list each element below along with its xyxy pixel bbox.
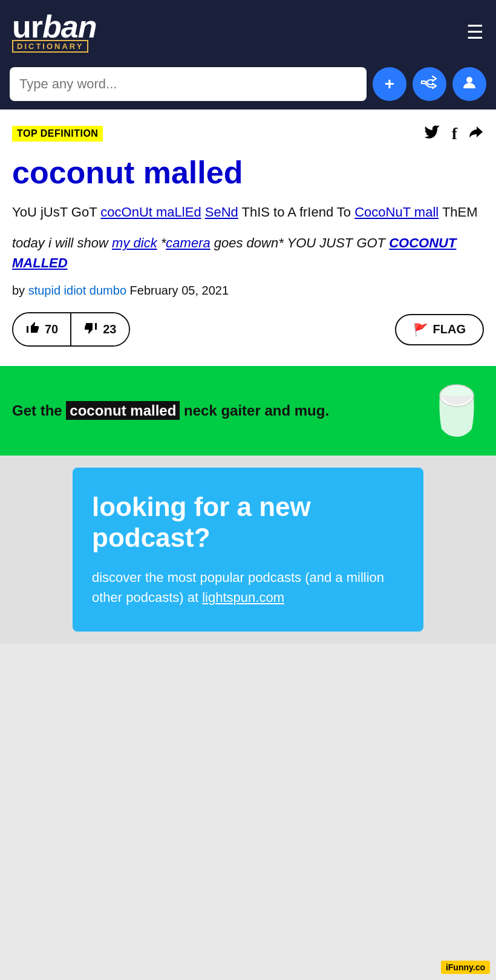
promo-banner[interactable]: Get the coconut malled neck gaiter and m…	[0, 366, 496, 456]
vote-group: 70 23	[12, 312, 130, 347]
vote-row: 70 23 🚩 FLAG	[12, 312, 484, 347]
podcast-ad-description: discover the most popular podcasts (and …	[92, 567, 404, 607]
podcast-ad-title: looking for a new podcast?	[92, 492, 404, 553]
logo-subtitle: DICTIONARY	[12, 40, 88, 53]
user-account-button[interactable]	[452, 67, 486, 101]
hamburger-menu-button[interactable]: ☰	[466, 22, 484, 42]
social-icons-group: f	[424, 124, 484, 143]
definition-body: YoU jUsT GoT cocOnUt maLlEd SeNd ThIS to…	[12, 202, 484, 222]
logo: urban	[12, 11, 96, 42]
def-link-send[interactable]: SeNd	[205, 204, 238, 220]
neck-gaiter-image	[429, 381, 484, 441]
logo-ban: ban	[42, 9, 96, 44]
def-body-before: YoU jUsT GoT	[12, 204, 100, 220]
example-after: goes down* YOU JUST GOT	[210, 235, 389, 250]
definition-section: TOP DEFINITION f coconut malled	[0, 109, 496, 361]
promo-before: Get the	[12, 402, 66, 419]
thumbs-down-button[interactable]: 23	[71, 313, 128, 345]
gray-section: looking for a new podcast? discover the …	[0, 456, 496, 644]
def-link-coconut-mall[interactable]: CocoNuT mall	[354, 204, 439, 220]
shuffle-icon	[420, 75, 439, 93]
more-share-icon[interactable]	[468, 125, 484, 142]
def-link-coconut-malled[interactable]: cocOnUt maLlEd	[100, 204, 201, 220]
def-body-end: ThEM	[439, 204, 477, 220]
search-bar: +	[0, 61, 496, 109]
podcast-link[interactable]: lightspun.com	[202, 590, 284, 605]
search-input[interactable]	[10, 67, 367, 101]
flag-button[interactable]: 🚩 FLAG	[395, 314, 484, 345]
ifunny-watermark: iFunny.co	[441, 961, 490, 974]
plus-icon: +	[385, 74, 394, 94]
example-before: today i will show	[12, 235, 112, 250]
podcast-ad: looking for a new podcast? discover the …	[73, 468, 423, 632]
shuffle-button[interactable]	[413, 67, 446, 101]
thumbs-up-icon	[25, 321, 40, 338]
user-icon	[461, 74, 478, 95]
header: urban DICTIONARY ☰	[0, 0, 496, 61]
example-mid: *	[157, 235, 166, 250]
author-line: by stupid idiot dumbo February 05, 2021	[12, 284, 484, 298]
main-content: TOP DEFINITION f coconut malled	[0, 109, 496, 456]
example-link-my-dick[interactable]: my dick	[112, 235, 157, 250]
thumbs-up-count: 70	[45, 322, 58, 336]
thumbs-down-icon	[83, 321, 98, 338]
flag-label: FLAG	[433, 322, 466, 336]
top-definition-badge: TOP DEFINITION	[12, 126, 103, 142]
logo-container: urban DICTIONARY	[12, 11, 96, 53]
flag-icon: 🚩	[413, 322, 428, 337]
example-text: today i will show my dick *camera goes d…	[12, 233, 484, 273]
date: February 05, 2021	[126, 284, 229, 297]
promo-keyword: coconut malled	[66, 401, 180, 420]
promo-text: Get the coconut malled neck gaiter and m…	[12, 400, 420, 421]
thumbs-down-count: 23	[103, 322, 116, 336]
author-prefix: by	[12, 284, 28, 297]
facebook-share-icon[interactable]: f	[452, 124, 457, 143]
add-definition-button[interactable]: +	[373, 67, 406, 101]
logo-ur: ur	[12, 9, 42, 44]
twitter-share-icon[interactable]	[424, 125, 441, 143]
thumbs-up-button[interactable]: 70	[13, 313, 71, 345]
example-link-camera[interactable]: camera	[166, 235, 210, 250]
svg-point-0	[466, 77, 472, 83]
promo-after: neck gaiter and mug.	[180, 402, 329, 419]
def-body-after: ThIS to A frIend To	[238, 204, 354, 220]
author-link[interactable]: stupid idiot dumbo	[28, 284, 126, 297]
definition-header-row: TOP DEFINITION f	[12, 124, 484, 143]
word-title: coconut malled	[12, 155, 484, 190]
